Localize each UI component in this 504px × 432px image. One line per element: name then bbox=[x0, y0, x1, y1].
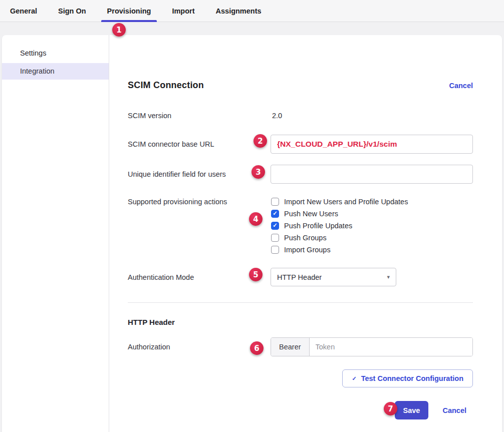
provisioning-card: Settings Integration SCIM Connection Can… bbox=[2, 35, 502, 432]
scim-version-label: SCIM version bbox=[128, 112, 271, 120]
annotation-badge-6: 6 bbox=[250, 341, 264, 355]
tab-assignments[interactable]: Assignments bbox=[215, 0, 263, 22]
scim-connection-panel: SCIM Connection Cancel SCIM version 2.0 … bbox=[109, 35, 502, 432]
tab-import[interactable]: Import bbox=[171, 0, 195, 22]
annotation-badge-1: 1 bbox=[112, 23, 126, 37]
test-connector-button[interactable]: ✓ Test Connector Configuration bbox=[342, 369, 473, 387]
chevron-down-icon: ▾ bbox=[387, 274, 390, 280]
tab-sign-on[interactable]: Sign On bbox=[57, 0, 87, 22]
scim-version-value: 2.0 bbox=[271, 112, 282, 120]
authorization-label: Authorization bbox=[128, 343, 271, 351]
action-row-import-users: Import New Users and Profile Updates bbox=[271, 196, 473, 208]
test-connector-row: ✓ Test Connector Configuration bbox=[128, 369, 473, 387]
annotation-badge-4: 4 bbox=[249, 212, 263, 226]
app-tabbar: General Sign On Provisioning Import Assi… bbox=[0, 0, 504, 22]
save-button[interactable]: Save bbox=[395, 401, 429, 419]
unique-id-label: Unique identifier field for users bbox=[128, 170, 271, 178]
test-connector-label: Test Connector Configuration bbox=[361, 374, 463, 382]
checkbox-push-new-users[interactable] bbox=[271, 210, 279, 218]
provisioning-actions-row: Supported provisioning actions Import Ne… bbox=[128, 196, 473, 256]
tab-provisioning[interactable]: Provisioning bbox=[106, 0, 152, 22]
authentication-mode-select[interactable]: HTTP Header ▾ bbox=[271, 268, 396, 286]
panel-header: SCIM Connection Cancel bbox=[128, 80, 473, 91]
checkbox-label: Push New Users bbox=[284, 210, 338, 218]
base-url-row: SCIM connector base URL bbox=[128, 135, 473, 154]
checkbox-label: Push Profile Updates bbox=[284, 222, 352, 230]
checkbox-label: Import New Users and Profile Updates bbox=[284, 198, 408, 206]
checkbox-label: Import Groups bbox=[284, 246, 331, 254]
authorization-input-group: Bearer bbox=[271, 337, 473, 356]
action-row-import-groups: Import Groups bbox=[271, 244, 473, 256]
annotation-badge-2: 2 bbox=[254, 134, 267, 148]
action-row-push-groups: Push Groups bbox=[271, 232, 473, 244]
authorization-row: Authorization Bearer bbox=[128, 337, 473, 356]
bearer-prefix: Bearer bbox=[271, 338, 310, 356]
checkbox-push-groups[interactable] bbox=[271, 234, 279, 242]
tab-general[interactable]: General bbox=[9, 0, 38, 22]
checkbox-import-groups[interactable] bbox=[271, 246, 279, 254]
provisioning-actions-group: Import New Users and Profile Updates Pus… bbox=[271, 196, 473, 256]
section-divider bbox=[128, 302, 473, 303]
checkbox-label: Push Groups bbox=[284, 234, 327, 242]
cancel-link-top[interactable]: Cancel bbox=[449, 82, 473, 90]
sidebar-item-integration[interactable]: Integration bbox=[2, 63, 109, 80]
page-title: SCIM Connection bbox=[128, 80, 204, 91]
checkbox-import-new-users[interactable] bbox=[271, 198, 279, 206]
annotation-badge-3: 3 bbox=[251, 165, 265, 179]
action-row-push-new-users: Push New Users bbox=[271, 208, 473, 220]
cancel-link-bottom[interactable]: Cancel bbox=[442, 406, 466, 414]
authentication-mode-row: Authentication Mode HTTP Header ▾ bbox=[128, 268, 473, 286]
selected-auth-mode: HTTP Header bbox=[277, 273, 322, 281]
scim-version-row: SCIM version 2.0 bbox=[128, 111, 473, 120]
unique-id-row: Unique identifier field for users bbox=[128, 165, 473, 184]
base-url-input[interactable] bbox=[271, 135, 473, 154]
sidebar-heading: Settings bbox=[2, 48, 109, 63]
http-header-section-heading: HTTP Header bbox=[128, 318, 473, 326]
annotation-badge-5: 5 bbox=[249, 268, 263, 281]
token-input[interactable] bbox=[310, 338, 472, 356]
settings-sidebar: Settings Integration bbox=[2, 35, 109, 432]
unique-id-input[interactable] bbox=[271, 165, 473, 184]
provisioning-actions-label: Supported provisioning actions bbox=[128, 196, 271, 208]
annotation-badge-7: 7 bbox=[384, 402, 397, 415]
action-row-push-profile-updates: Push Profile Updates bbox=[271, 220, 473, 232]
check-icon: ✓ bbox=[352, 375, 356, 382]
checkbox-push-profile-updates[interactable] bbox=[271, 222, 279, 230]
save-row: Save Cancel bbox=[128, 401, 473, 419]
base-url-label: SCIM connector base URL bbox=[128, 140, 271, 148]
